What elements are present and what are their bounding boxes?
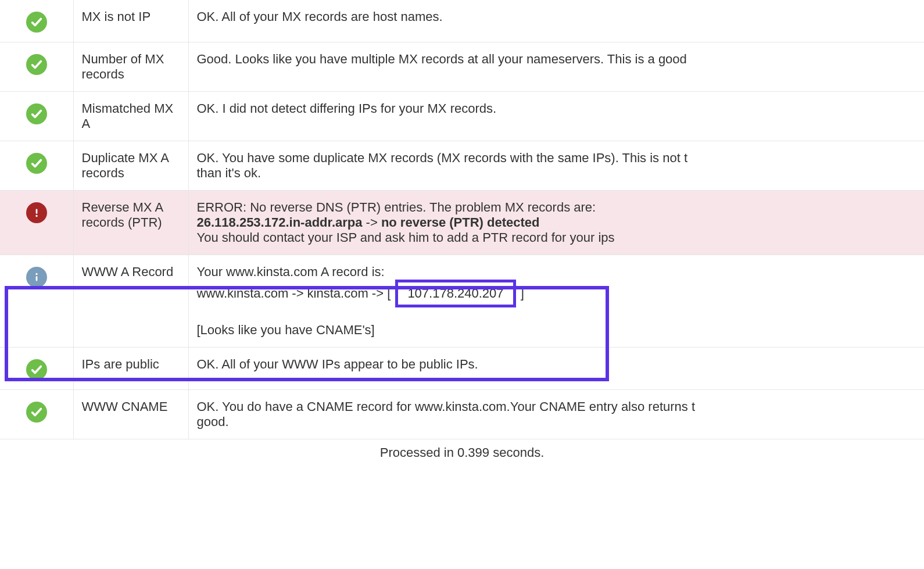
table-row: Mismatched MX AOK. I did not detect diff… <box>0 92 924 141</box>
check-label: IPs are public <box>73 348 188 390</box>
table-row: MX is not IPOK. All of your MX records a… <box>0 0 924 42</box>
check-description: OK. All of your MX records are host name… <box>188 0 924 42</box>
table-row: IPs are publicOK. All of your WWW IPs ap… <box>0 348 924 390</box>
check-icon <box>26 402 47 423</box>
check-description: OK. I did not detect differing IPs for y… <box>188 92 924 141</box>
check-icon <box>26 54 47 75</box>
check-label: MX is not IP <box>73 0 188 42</box>
processed-footer: Processed in 0.399 seconds. <box>0 439 924 460</box>
table-row: Number of MX recordsGood. Looks like you… <box>0 42 924 92</box>
check-label: Mismatched MX A <box>73 92 188 141</box>
check-label: Reverse MX A records (PTR) <box>73 191 188 255</box>
svg-rect-0 <box>35 209 37 214</box>
table-row: Reverse MX A records (PTR)ERROR: No reve… <box>0 191 924 255</box>
check-description: OK. You do have a CNAME record for www.k… <box>188 390 924 439</box>
check-description: ERROR: No reverse DNS (PTR) entries. The… <box>188 191 924 255</box>
check-label: Duplicate MX A records <box>73 141 188 191</box>
check-icon <box>26 153 47 174</box>
table-row: WWW CNAMEOK. You do have a CNAME record … <box>0 390 924 439</box>
error-icon <box>26 202 47 223</box>
svg-point-1 <box>35 215 37 217</box>
check-description: OK. All of your WWW IPs appear to be pub… <box>188 348 924 390</box>
check-icon <box>26 359 47 380</box>
table-row: WWW A RecordYour www.kinsta.com A record… <box>0 255 924 348</box>
ip-highlight-box: 107.178.240.207 <box>395 280 515 307</box>
check-icon <box>26 12 47 33</box>
check-description: OK. You have some duplicate MX records (… <box>188 141 924 191</box>
check-icon <box>26 103 47 124</box>
check-label: WWW CNAME <box>73 390 188 439</box>
check-label: WWW A Record <box>73 255 188 348</box>
svg-point-2 <box>35 273 37 275</box>
check-description: Good. Looks like you have multiple MX re… <box>188 42 924 92</box>
dns-report-table: MX is not IPOK. All of your MX records a… <box>0 0 924 439</box>
check-label: Number of MX records <box>73 42 188 92</box>
info-icon <box>26 267 47 288</box>
table-row: Duplicate MX A recordsOK. You have some … <box>0 141 924 191</box>
svg-rect-3 <box>35 276 37 281</box>
check-description: Your www.kinsta.com A record is:www.kins… <box>188 255 924 348</box>
